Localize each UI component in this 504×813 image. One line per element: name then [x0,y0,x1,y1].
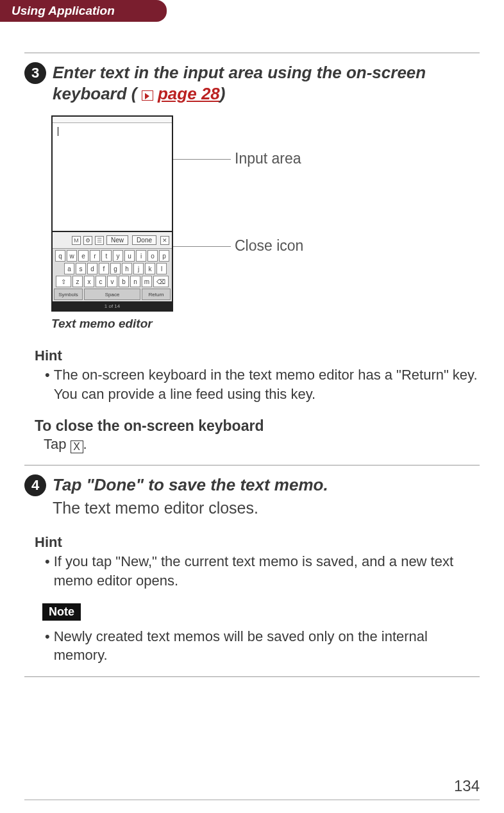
device-topbar [53,117,172,123]
key: r [90,250,100,262]
hint-2-bullet: • If you tap "New," the current text mem… [45,552,480,590]
close-kb-post: . [83,436,87,452]
section-header: Using Application [0,0,167,22]
step-4-title: Tap "Done" to save the text memo. [53,474,328,496]
close-keyboard-icon: ✕ [160,236,169,245]
key: a [64,263,74,274]
key: x [84,276,94,287]
figure-caption: Text memo editor [51,317,480,331]
key: c [96,276,106,287]
close-keyboard-heading: To close the on-screen keyboard [35,417,480,435]
step-4: 4 Tap "Done" to save the text memo. [24,474,480,496]
key: f [99,263,109,274]
key: k [145,263,155,274]
text-cursor-icon [58,127,58,136]
close-x-icon: X [71,440,83,453]
key: b [119,276,129,287]
figure-row: M ⚙ ☰ New Done ✕ q w e r t y u i o p [51,115,480,312]
kb-row-2: a s d f g h j k l [54,263,171,274]
key-return: Return [142,289,171,300]
key: g [110,263,121,274]
key: m [142,276,152,287]
key: p [159,250,169,262]
kb-row-bottom: Symbols Space Return [54,289,171,300]
close-keyboard-body: Tap X. [44,436,480,453]
page-link[interactable]: page 28 [158,84,220,103]
mic-icon: M [72,236,81,245]
key: h [122,263,132,274]
done-button: Done [132,235,156,245]
callout-line [173,159,231,160]
page-content: 3 Enter text in the input area using the… [0,22,504,677]
step-3: 3 Enter text in the input area using the… [24,62,480,104]
divider [24,676,480,677]
device-mock: M ⚙ ☰ New Done ✕ q w e r t y u i o p [51,115,173,312]
key: i [136,250,146,262]
step-4-body: The text memo editor closes. [53,499,480,517]
note-badge: Note [42,603,81,621]
step-4-number-badge: 4 [24,474,46,496]
callout-line [173,246,231,247]
kb-row-3: ⇧ z x c v b n m ⌫ [54,276,171,287]
bullet-dot-icon: • [45,627,50,665]
key-space: Space [84,289,140,300]
key: w [67,250,77,262]
figure-callouts: Input area Close icon [185,115,326,308]
key: j [133,263,144,274]
callout-input-area: Input area [235,150,301,167]
keyboard-rows: q w e r t y u i o p a s d f g h [53,249,172,301]
gear-icon: ⚙ [83,236,92,245]
hint-heading-2: Hint [35,534,480,551]
keyboard-toolbar: M ⚙ ☰ New Done ✕ [53,232,172,249]
key-symbols: Symbols [54,289,83,300]
key: u [124,250,135,262]
page-number: 134 [454,777,480,795]
key-backspace: ⌫ [153,276,169,287]
key: s [76,263,86,274]
key: n [130,276,140,287]
key: t [101,250,112,262]
key-shift: ⇧ [56,276,71,287]
key: z [72,276,83,287]
key: v [107,276,117,287]
note-text: Newly created text memos will be saved o… [54,627,480,665]
close-kb-pre: Tap [44,436,71,452]
key: d [87,263,97,274]
menu-icon: ☰ [95,236,104,245]
step-3-title: Enter text in the input area using the o… [53,62,480,104]
device-footer: 1 of 14 [53,301,172,310]
hint-1-text: The on-screen keyboard in the text memo … [54,365,480,403]
key: e [78,250,88,262]
note-bullet: • Newly created text memos will be saved… [45,627,480,665]
link-arrow-icon [142,90,153,101]
divider [24,53,480,53]
key: l [156,263,167,274]
step-3-title-text-b: ) [220,84,226,103]
hint-2-text: If you tap "New," the current text memo … [54,552,480,590]
key: q [55,250,65,262]
footer-divider [24,800,480,800]
key: o [147,250,158,262]
step-3-number-badge: 3 [24,62,46,84]
kb-row-1: q w e r t y u i o p [54,250,171,262]
new-button: New [106,235,128,245]
bullet-dot-icon: • [45,552,50,590]
hint-1-bullet: • The on-screen keyboard in the text mem… [45,365,480,403]
bullet-dot-icon: • [45,365,50,403]
hint-heading-1: Hint [35,348,480,364]
key: y [113,250,123,262]
device-input-area [53,123,172,232]
callout-close-icon: Close icon [235,237,303,255]
divider [24,465,480,465]
step-3-title-text-a: Enter text in the input area using the o… [53,63,426,103]
